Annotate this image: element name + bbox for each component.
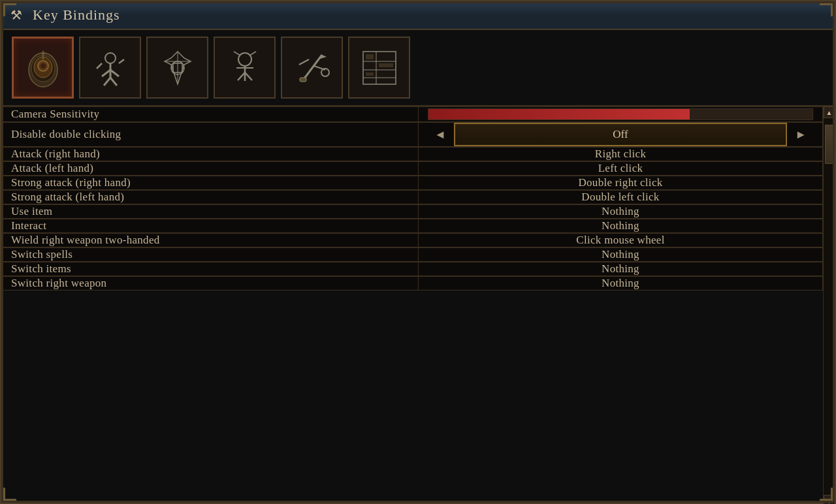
row-interact: Interact Nothing — [1, 219, 823, 233]
svg-line-23 — [245, 72, 252, 80]
select-right-arrow[interactable]: ► — [790, 125, 812, 144]
svg-rect-29 — [300, 78, 306, 82]
select-value-box[interactable]: Off — [454, 123, 787, 146]
tab-combat[interactable] — [281, 37, 343, 99]
settings-table-wrapper: Camera Sensitivity Disable double clicki… — [1, 106, 835, 504]
label-attack-right-hand[interactable]: Attack (right hand) — [1, 147, 418, 161]
sensitivity-bar-fill — [428, 109, 690, 119]
row-switch-items: Switch items Nothing — [1, 262, 823, 276]
row-use-item: Use item Nothing — [1, 204, 823, 219]
svg-line-12 — [110, 78, 117, 86]
scrollbar-track — [824, 118, 835, 495]
row-switch-spells: Switch spells Nothing — [1, 247, 823, 262]
svg-rect-40 — [366, 72, 374, 76]
settings-table: Camera Sensitivity Disable double clicki… — [1, 106, 823, 504]
value-interact[interactable]: Nothing — [418, 219, 823, 233]
svg-rect-39 — [379, 63, 393, 67]
tab-character[interactable] — [146, 37, 208, 99]
svg-line-10 — [110, 70, 119, 76]
value-camera-sensitivity[interactable] — [418, 106, 823, 122]
tab-movement[interactable] — [79, 37, 141, 99]
tab-row — [1, 30, 835, 106]
controls-tab-icon — [20, 45, 66, 91]
row-switch-right-weapon: Switch right weapon Nothing — [1, 276, 823, 291]
svg-rect-38 — [366, 54, 374, 59]
value-wield-right-weapon-two-handed[interactable]: Click mouse wheel — [418, 233, 823, 247]
select-row: ◄ Off ► — [428, 123, 813, 146]
svg-line-11 — [104, 78, 110, 86]
svg-point-20 — [238, 53, 251, 66]
svg-marker-6 — [41, 50, 45, 54]
row-disable-double-clicking: Disable double clicking ◄ Off ► — [1, 122, 823, 147]
row-strong-attack-right-hand: Strong attack (right hand) Double right … — [1, 176, 823, 190]
row-strong-attack-left-hand: Strong attack (left hand) Double left cl… — [1, 190, 823, 204]
label-interact[interactable]: Interact — [1, 219, 418, 233]
tab-controls[interactable] — [12, 37, 74, 99]
scrollbar-thumb[interactable] — [825, 125, 833, 164]
value-switch-items[interactable]: Nothing — [418, 262, 823, 276]
value-attack-right-hand[interactable]: Right click — [418, 147, 823, 161]
svg-line-26 — [249, 52, 256, 55]
combat-tab-icon — [289, 45, 335, 91]
row-attack-left-hand: Attack (left hand) Left click — [1, 161, 823, 176]
label-use-item[interactable]: Use item — [1, 204, 418, 219]
inventory-tab-icon — [222, 45, 268, 91]
value-strong-attack-right-hand[interactable]: Double right click — [418, 176, 823, 190]
row-wield-right-weapon-two-handed: Wield right weapon two-handed Click mous… — [1, 233, 823, 247]
svg-line-32 — [299, 59, 309, 65]
label-strong-attack-left-hand[interactable]: Strong attack (left hand) — [1, 190, 418, 204]
menu-tab-icon — [357, 45, 402, 91]
svg-point-7 — [105, 53, 116, 63]
select-left-arrow[interactable]: ◄ — [429, 125, 451, 144]
label-disable-double-clicking[interactable]: Disable double clicking — [1, 122, 418, 147]
movement-tab-icon — [88, 45, 133, 91]
label-wield-right-weapon-two-handed[interactable]: Wield right weapon two-handed — [1, 233, 418, 247]
svg-line-14 — [119, 59, 124, 63]
title-bar: ⚒ Key Bindings — [1, 1, 835, 30]
label-strong-attack-right-hand[interactable]: Strong attack (right hand) — [1, 176, 418, 190]
tab-inventory[interactable] — [214, 37, 276, 99]
label-camera-sensitivity[interactable]: Camera Sensitivity — [1, 106, 418, 122]
value-use-item[interactable]: Nothing — [418, 204, 823, 219]
key-bindings-window: ⚒ Key Bindings — [0, 0, 836, 504]
tab-menu[interactable] — [348, 37, 410, 99]
svg-line-25 — [234, 52, 240, 55]
scrollbar-up[interactable]: ▲ — [824, 106, 835, 118]
value-attack-left-hand[interactable]: Left click — [418, 161, 823, 176]
sensitivity-bar-bg — [428, 108, 813, 120]
label-attack-left-hand[interactable]: Attack (left hand) — [1, 161, 418, 176]
content-area: Camera Sensitivity Disable double clicki… — [1, 106, 835, 504]
svg-line-13 — [97, 63, 102, 69]
label-switch-right-weapon[interactable]: Switch right weapon — [1, 276, 418, 291]
value-switch-spells[interactable]: Nothing — [418, 247, 823, 262]
svg-line-22 — [238, 72, 245, 80]
scrollbar-down[interactable]: ▼ — [824, 495, 835, 504]
tab-area — [1, 30, 835, 106]
scrollbar: ▲ ▼ — [823, 106, 835, 504]
window-title: Key Bindings — [33, 7, 120, 24]
label-switch-items[interactable]: Switch items — [1, 262, 418, 276]
character-tab-icon — [155, 45, 201, 91]
value-disable-double-clicking[interactable]: ◄ Off ► — [418, 122, 823, 147]
title-icon: ⚒ — [10, 7, 26, 23]
sensitivity-slider[interactable] — [428, 107, 813, 121]
label-switch-spells[interactable]: Switch spells — [1, 247, 418, 262]
value-strong-attack-left-hand[interactable]: Double left click — [418, 190, 823, 204]
svg-point-4 — [40, 63, 46, 69]
svg-line-9 — [102, 70, 110, 76]
value-switch-right-weapon[interactable]: Nothing — [418, 276, 823, 291]
row-camera-sensitivity: Camera Sensitivity — [1, 106, 823, 122]
row-attack-right-hand: Attack (right hand) Right click — [1, 147, 823, 161]
